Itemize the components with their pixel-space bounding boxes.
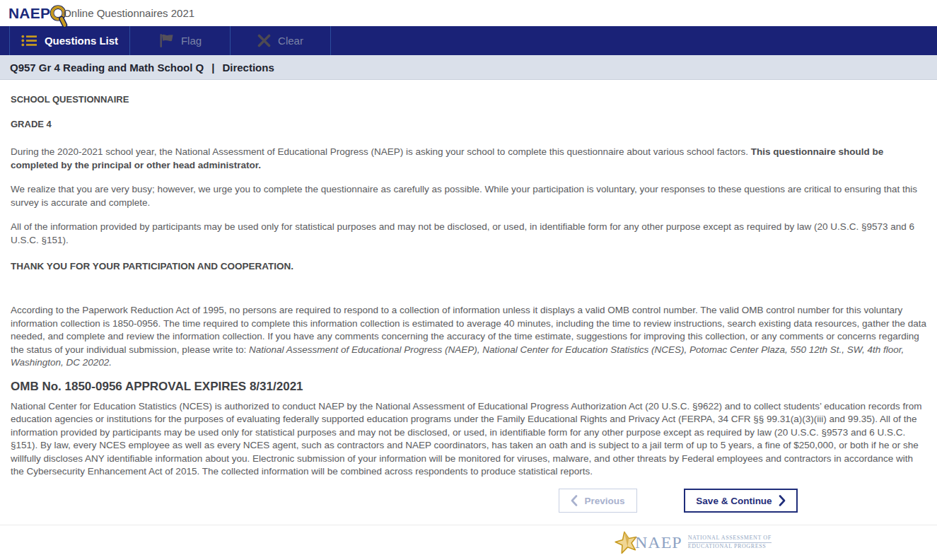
footer-tagline-line1: NATIONAL ASSESSMENT OF — [688, 535, 772, 543]
omb-approval-heading: OMB No. 1850-0956 APPROVAL EXPIRES 8/31/… — [11, 380, 926, 394]
questionnaire-title: Q957 Gr 4 Reading and Math School Q — [10, 62, 204, 74]
flag-label: Flag — [181, 35, 202, 47]
main-toolbar: Questions List Flag Clear — [0, 26, 937, 55]
breadcrumb-separator: | — [204, 62, 222, 74]
paperwork-reduction-paragraph: According to the Paperwork Reduction Act… — [11, 304, 926, 370]
list-icon — [21, 35, 37, 47]
flag-icon — [158, 33, 174, 48]
navigation-buttons-row: Previous Save & Continue — [0, 489, 937, 513]
questions-list-label: Questions List — [45, 35, 118, 47]
previous-button-label: Previous — [584, 496, 624, 506]
clear-label: Clear — [278, 35, 303, 47]
chevron-left-icon — [571, 495, 578, 506]
busy-paragraph: We realize that you are very busy; howev… — [11, 183, 926, 209]
directions-page-content: SCHOOL QUESTIONNAIRE GRADE 4 During the … — [0, 80, 937, 525]
footer-tagline: NATIONAL ASSESSMENT OF EDUCATIONAL PROGR… — [688, 535, 772, 550]
save-continue-button-label: Save & Continue — [696, 496, 772, 506]
previous-button[interactable]: Previous — [559, 489, 637, 513]
questions-list-button[interactable]: Questions List — [10, 26, 129, 55]
clear-button[interactable]: Clear — [231, 26, 330, 55]
app-subtitle: Online Questionnaires 2021 — [63, 7, 194, 19]
clear-x-icon — [257, 34, 271, 47]
naep-footer-logo: NAEP NATIONAL ASSESSMENT OF EDUCATIONAL … — [614, 530, 772, 554]
grade-heading: GRADE 4 — [11, 119, 926, 129]
page-footer: NAEP NATIONAL ASSESSMENT OF EDUCATIONAL … — [0, 525, 937, 560]
intro-paragraph: During the 2020-2021 school year, the Na… — [11, 146, 926, 172]
breadcrumb: Q957 Gr 4 Reading and Math School Q | Di… — [0, 55, 937, 80]
nces-authorization-paragraph: National Center for Education Statistics… — [11, 400, 926, 479]
flag-button[interactable]: Flag — [130, 26, 230, 55]
toolbar-divider — [330, 26, 331, 55]
chevron-right-icon — [779, 495, 786, 506]
footer-tagline-line2: EDUCATIONAL PROGRESS — [688, 543, 772, 550]
footer-naep-text: NAEP — [635, 533, 682, 552]
top-header-bar: NAEP Online Questionnaires 2021 — [0, 0, 937, 26]
save-continue-button[interactable]: Save & Continue — [684, 489, 798, 513]
school-questionnaire-heading: SCHOOL QUESTIONNAIRE — [11, 95, 926, 105]
breadcrumb-section: Directions — [222, 62, 274, 74]
thank-you-heading: THANK YOU FOR YOUR PARTICIPATION AND COO… — [11, 261, 926, 272]
statistical-use-paragraph: All of the information provided by parti… — [11, 221, 926, 247]
naep-logo-text: NAEP — [8, 5, 50, 22]
